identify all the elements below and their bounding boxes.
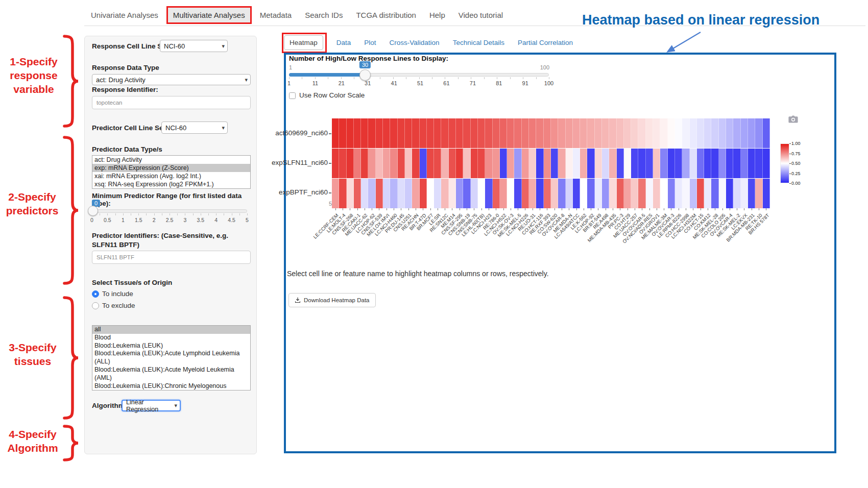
- heatmap-cell[interactable]: [595, 179, 602, 208]
- heatmap-cell[interactable]: [573, 118, 580, 148]
- heatmap-cell[interactable]: [354, 118, 361, 148]
- heatmap-cell[interactable]: [566, 118, 573, 148]
- heatmap-cell[interactable]: [441, 149, 448, 178]
- heatmap-cell[interactable]: [493, 179, 500, 208]
- heatmap-cell[interactable]: [719, 149, 726, 178]
- heatmap-cell[interactable]: [471, 149, 478, 178]
- heatmap-cell[interactable]: [493, 118, 500, 148]
- heatmap-row-label[interactable]: expBPTF_nci60: [263, 188, 328, 196]
- heatmap-cell[interactable]: [339, 179, 346, 208]
- heatmap-cell[interactable]: [682, 149, 689, 178]
- heatmap-cell[interactable]: [390, 179, 397, 208]
- heatmap-cell[interactable]: [741, 118, 748, 148]
- heatmap-cell[interactable]: [544, 118, 551, 148]
- heatmap-cell[interactable]: [441, 118, 448, 148]
- heatmap-cell[interactable]: [631, 118, 638, 148]
- heatmap-cell[interactable]: [697, 179, 704, 208]
- heatmap-cell[interactable]: [478, 179, 485, 208]
- heatmap-cell[interactable]: [704, 118, 711, 148]
- slider-handle[interactable]: [88, 206, 98, 216]
- min-predictor-range-slider[interactable]: [92, 209, 247, 213]
- heatmap-cell[interactable]: [383, 149, 390, 178]
- heatmap-cell[interactable]: [566, 179, 573, 208]
- heatmap-cell[interactable]: [449, 118, 456, 148]
- nav-item-metadata[interactable]: Metadata: [255, 7, 297, 23]
- heatmap-cell[interactable]: [609, 179, 616, 208]
- heatmap-cell[interactable]: [529, 179, 536, 208]
- heatmap-cell[interactable]: [631, 179, 638, 208]
- tab-heatmap[interactable]: Heatmap: [284, 35, 323, 50]
- heatmap-cell[interactable]: [653, 149, 660, 178]
- heatmap-cell[interactable]: [514, 179, 521, 208]
- heatmap-cell[interactable]: [668, 149, 675, 178]
- heatmap-cell[interactable]: [332, 149, 339, 178]
- heatmap-cell[interactable]: [638, 118, 645, 148]
- listbox-option[interactable]: Blood:Leukemia (LEUK):Acute Myeloid Leuk…: [92, 366, 250, 382]
- heatmap-cell[interactable]: [398, 149, 405, 178]
- heatmap-cell[interactable]: [595, 118, 602, 148]
- heatmap-cell[interactable]: [755, 118, 762, 148]
- tab-partial-correlation[interactable]: Partial Correlation: [518, 39, 573, 46]
- heatmap-cell[interactable]: [500, 118, 507, 148]
- heatmap-cell[interactable]: [493, 149, 500, 178]
- nav-item-search-ids[interactable]: Search IDs: [300, 7, 348, 23]
- heatmap-cell[interactable]: [697, 149, 704, 178]
- tab-technical-details[interactable]: Technical Details: [453, 39, 504, 46]
- heatmap-cell[interactable]: [427, 149, 434, 178]
- heatmap-cell[interactable]: [354, 179, 361, 208]
- predictor-cell-line-set-select[interactable]: NCI-60▾: [161, 121, 228, 134]
- heatmap-cell[interactable]: [580, 179, 587, 208]
- heatmap-cell[interactable]: [609, 118, 616, 148]
- nav-item-video-tutorial[interactable]: Video tutorial: [453, 7, 508, 23]
- heatmap-cell[interactable]: [711, 179, 718, 208]
- heatmap-cell[interactable]: [376, 179, 383, 208]
- heatmap-cell[interactable]: [624, 149, 631, 178]
- heatmap-cell[interactable]: [675, 149, 682, 178]
- heatmap-cell[interactable]: [485, 149, 492, 178]
- heatmap-cell[interactable]: [368, 149, 375, 178]
- heatmap-cell[interactable]: [368, 179, 375, 208]
- heatmap-cell[interactable]: [529, 149, 536, 178]
- tab-plot[interactable]: Plot: [364, 39, 376, 46]
- heatmap-cell[interactable]: [434, 118, 441, 148]
- heatmap-cell[interactable]: [463, 149, 470, 178]
- camera-icon[interactable]: [788, 115, 798, 123]
- heatmap-cell[interactable]: [719, 179, 726, 208]
- heatmap-cell[interactable]: [536, 118, 543, 148]
- heatmap-cell[interactable]: [558, 118, 565, 148]
- heatmap-cell[interactable]: [617, 118, 624, 148]
- heatmap-cell[interactable]: [544, 179, 551, 208]
- response-identifier-input[interactable]: [92, 96, 251, 109]
- heatmap-cell[interactable]: [514, 149, 521, 178]
- heatmap-cell[interactable]: [609, 149, 616, 178]
- heatmap-cell[interactable]: [420, 179, 427, 208]
- heatmap-cell[interactable]: [332, 179, 339, 208]
- heatmap-cell[interactable]: [339, 149, 346, 178]
- use-row-color-scale-checkbox[interactable]: [289, 92, 296, 99]
- heatmap-cell[interactable]: [522, 149, 529, 178]
- heatmap-cell[interactable]: [383, 179, 390, 208]
- heatmap-cell[interactable]: [529, 118, 536, 148]
- algorithm-select[interactable]: Linear Regression▾: [122, 400, 181, 411]
- listbox-option[interactable]: Blood:Leukemia (LEUK): [92, 342, 250, 350]
- heatmap-cell[interactable]: [551, 149, 558, 178]
- heatmap-cell[interactable]: [704, 179, 711, 208]
- heatmap-cell[interactable]: [587, 179, 594, 208]
- heatmap-cell[interactable]: [412, 118, 419, 148]
- heatmap-cell[interactable]: [704, 149, 711, 178]
- nav-item-help[interactable]: Help: [424, 7, 450, 23]
- heatmap-cell[interactable]: [332, 118, 339, 148]
- heatmap-cell[interactable]: [420, 149, 427, 178]
- heatmap-cell[interactable]: [653, 118, 660, 148]
- heatmap-cell[interactable]: [755, 149, 762, 178]
- heatmap-cell[interactable]: [405, 118, 412, 148]
- heatmap-cell[interactable]: [668, 118, 675, 148]
- heatmap-cell[interactable]: [573, 179, 580, 208]
- heatmap-cell[interactable]: [646, 118, 653, 148]
- heatmap-cell[interactable]: [361, 149, 368, 178]
- listbox-option[interactable]: act: Drug Activity: [92, 156, 250, 164]
- heatmap-cell[interactable]: [638, 179, 645, 208]
- listbox-option[interactable]: Blood:Leukemia (LEUK):Chronic Myelogenou…: [92, 382, 250, 391]
- heatmap-cell[interactable]: [507, 149, 514, 178]
- heatmap-cell[interactable]: [682, 179, 689, 208]
